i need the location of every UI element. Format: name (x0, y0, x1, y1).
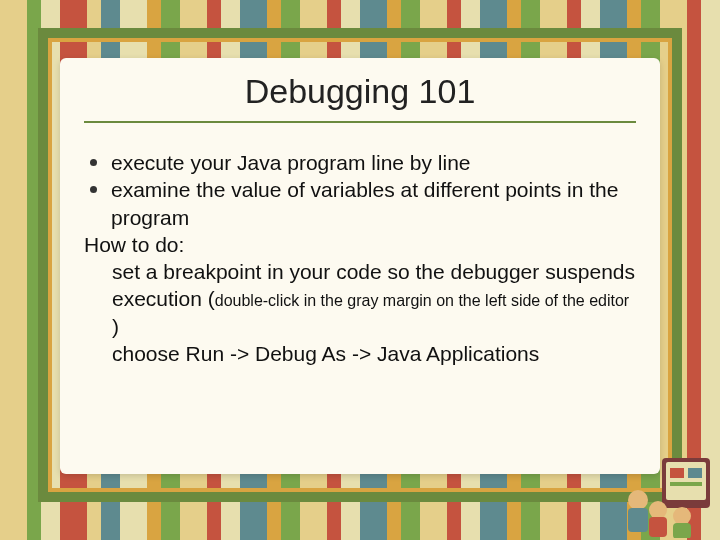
run-instruction: choose Run -> Debug As -> Java Applicati… (112, 340, 636, 367)
breakpoint-hint-text: double-click in the gray margin on the l… (215, 292, 629, 309)
svg-rect-10 (673, 523, 691, 538)
svg-point-9 (673, 507, 691, 525)
bullet-item: execute your Java program line by line (90, 149, 636, 176)
breakpoint-instruction: set a breakpoint in your code so the deb… (112, 258, 636, 340)
slide-body: execute your Java program line by line e… (84, 149, 636, 367)
howto-label: How to do: (84, 231, 636, 258)
bullet-text: execute your Java program line by line (111, 149, 471, 176)
bullet-item: examine the value of variables at differ… (90, 176, 636, 231)
svg-rect-4 (670, 482, 702, 486)
svg-rect-8 (649, 517, 667, 537)
stripe (0, 0, 27, 540)
bullet-icon (90, 186, 97, 193)
svg-point-7 (649, 501, 667, 519)
bullet-icon (90, 159, 97, 166)
svg-point-5 (628, 490, 648, 510)
breakpoint-close-paren: ) (112, 315, 119, 338)
decorative-illustration-icon (618, 452, 714, 538)
svg-rect-6 (628, 508, 648, 532)
svg-rect-3 (688, 468, 702, 478)
svg-rect-2 (670, 468, 684, 478)
bullet-text: examine the value of variables at differ… (111, 176, 636, 231)
svg-rect-1 (666, 462, 706, 500)
slide-title: Debugging 101 (84, 72, 636, 123)
slide-card: Debugging 101 execute your Java program … (60, 58, 660, 474)
